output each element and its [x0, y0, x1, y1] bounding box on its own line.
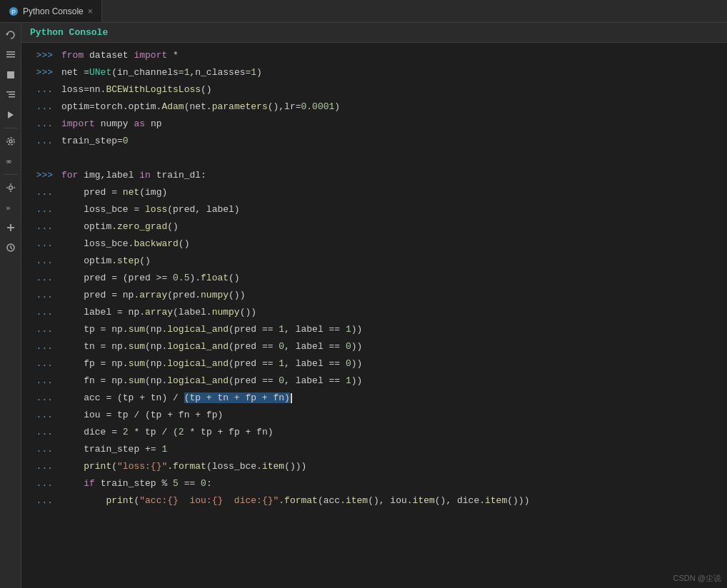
prompt-14: ...: [21, 288, 59, 303]
svg-marker-2: [6, 34, 9, 36]
code-text-5: import numpy as np: [59, 116, 727, 132]
code-text-18: fp = np.sum(np.logical_and(pred == 1, la…: [59, 356, 727, 372]
python-icon: P: [9, 6, 19, 16]
config-button[interactable]: [1, 178, 20, 197]
code-text-24: print("loss:{}".format(loss_bce.item())): [59, 459, 727, 475]
code-line-4: ... optim=torch.optim.Adam(net.parameter…: [21, 98, 727, 116]
code-text-2: net =UNet(in_channels=1,n_classes=1): [59, 65, 727, 81]
prompt-11: ...: [21, 236, 59, 252]
tab-bar: P Python Console ×: [0, 0, 727, 23]
code-line-19: ... fn = np.sum(np.logical_and(pred == 0…: [21, 372, 727, 390]
prompt-2: >>>: [21, 65, 59, 81]
indent-button[interactable]: [1, 86, 20, 104]
code-line-24: ... print("loss:{}".format(loss_bce.item…: [21, 458, 727, 475]
gear-icon: [6, 136, 16, 146]
code-line-8: ... pred = net(img): [21, 184, 727, 201]
code-line-10: ... optim.zero_grad(): [21, 218, 727, 235]
svg-rect-5: [6, 56, 15, 58]
tab-label: Python Console: [23, 6, 84, 16]
svg-rect-9: [9, 96, 15, 98]
svg-text:P: P: [11, 9, 16, 16]
code-line-6: ... train_step=0: [21, 133, 727, 150]
prompt-1: >>>: [21, 48, 59, 64]
stop-icon: [6, 70, 16, 80]
code-text-25: if train_step % 5 == 0:: [59, 476, 727, 492]
code-line-5: ... import numpy as np: [21, 116, 727, 133]
code-line-9: ... loss_bce = loss(pred, label): [21, 201, 727, 218]
code-text-1: from dataset import *: [59, 48, 727, 64]
code-line-17: ... tn = np.sum(np.logical_and(pred == 0…: [21, 338, 727, 355]
prompt-6: ...: [21, 133, 59, 149]
stop-button[interactable]: [1, 66, 20, 84]
history-icon: [6, 243, 16, 253]
prompt-24: ...: [21, 459, 59, 475]
prompt-13: ...: [21, 270, 59, 286]
prompt-20: ...: [21, 390, 59, 406]
code-text-blank: [59, 151, 727, 166]
config-icon: [6, 183, 16, 193]
history-button[interactable]: [1, 238, 20, 257]
code-text-13: pred = (pred >= 0.5).float(): [59, 270, 727, 286]
rerun-icon: [6, 30, 16, 40]
prompt-15: ...: [21, 305, 59, 320]
svg-text:∞: ∞: [6, 157, 11, 166]
svg-point-11: [9, 140, 12, 143]
svg-rect-8: [9, 94, 15, 96]
code-text-12: optim.step(): [59, 253, 727, 269]
loop-icon: ∞: [6, 156, 16, 166]
prompt-26: ...: [21, 493, 59, 509]
tab-close-button[interactable]: ×: [88, 7, 93, 16]
code-text-21: iou = tp / (tp + fn + fp): [59, 407, 727, 423]
prompt-21: ...: [21, 407, 59, 423]
code-text-9: loss_bce = loss(pred, label): [59, 202, 727, 218]
code-line-15: ... label = np.array(label.numpy()): [21, 304, 727, 321]
code-line-blank: [21, 150, 727, 167]
prompt-12: ...: [21, 253, 59, 269]
python-console-tab[interactable]: P Python Console ×: [0, 0, 102, 22]
code-content: >>> from dataset import * >>> net =UNet(…: [21, 43, 727, 514]
settings-button[interactable]: [1, 46, 20, 64]
rerun-button[interactable]: [1, 26, 20, 44]
prompt-25: ...: [21, 476, 59, 492]
indent-icon: [6, 90, 16, 100]
code-text-16: tp = np.sum(np.logical_and(pred == 1, la…: [59, 322, 727, 338]
gear-button[interactable]: [1, 132, 20, 151]
add-icon: [6, 223, 16, 233]
code-line-2: >>> net =UNet(in_channels=1,n_classes=1): [21, 64, 727, 81]
prompt-17: ...: [21, 339, 59, 355]
left-toolbar: ∞ »: [0, 23, 21, 588]
prompt-8: ...: [21, 185, 59, 201]
code-text-20: acc = (tp + tn) / (tp + tn + fp + fn): [59, 390, 727, 406]
code-line-3: ... loss=nn.BCEWithLogitsLoss(): [21, 81, 727, 98]
loop-button[interactable]: ∞: [1, 152, 20, 171]
code-text-19: fn = np.sum(np.logical_and(pred == 0, la…: [59, 373, 727, 389]
code-text-15: label = np.array(label.numpy()): [59, 305, 727, 320]
svg-rect-4: [6, 54, 15, 56]
run-button[interactable]: [1, 106, 20, 124]
console-header: Python Console: [21, 23, 727, 43]
prompt-10: ...: [21, 219, 59, 235]
svg-rect-6: [7, 71, 14, 78]
svg-marker-10: [8, 111, 14, 118]
more-button[interactable]: »: [1, 198, 20, 217]
prompt-7: >>>: [21, 168, 59, 183]
code-text-3: loss=nn.BCEWithLogitsLoss(): [59, 82, 727, 98]
console-title: Python Console: [30, 27, 108, 38]
code-line-23: ... train_step += 1: [21, 441, 727, 458]
toolbar-divider-1: [4, 128, 18, 128]
prompt-23: ...: [21, 442, 59, 457]
console-area[interactable]: Python Console >>> from dataset import *…: [21, 23, 727, 588]
add-button[interactable]: [1, 218, 20, 237]
code-line-16: ... tp = np.sum(np.logical_and(pred == 1…: [21, 321, 727, 338]
prompt-19: ...: [21, 373, 59, 389]
code-line-25: ... if train_step % 5 == 0:: [21, 475, 727, 492]
code-text-26: print("acc:{} iou:{} dice:{}".format(acc…: [59, 493, 727, 509]
prompt-9: ...: [21, 202, 59, 218]
code-line-1: >>> from dataset import *: [21, 47, 727, 64]
prompt-4: ...: [21, 99, 59, 115]
svg-line-24: [11, 248, 12, 249]
code-text-17: tn = np.sum(np.logical_and(pred == 0, la…: [59, 339, 727, 355]
prompt-16: ...: [21, 322, 59, 338]
more-icon: »: [6, 203, 16, 213]
code-text-10: optim.zero_grad(): [59, 219, 727, 235]
